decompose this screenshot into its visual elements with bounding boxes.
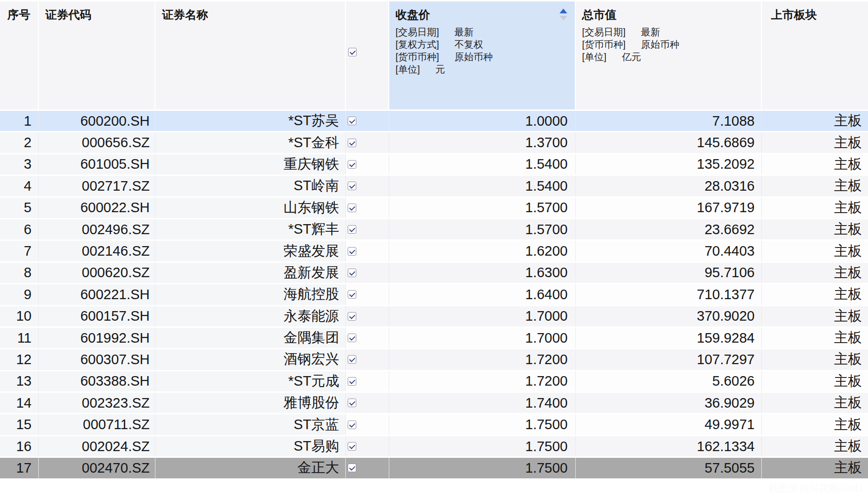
header-code[interactable]: 证券代码 [39,1,155,109]
cell-board: 主板 [762,414,868,434]
row-checkbox[interactable] [348,117,356,125]
header-attr-line: [货币币种]原始币种 [396,51,567,63]
cell-board: 主板 [762,349,868,369]
select-all-checkbox[interactable] [348,48,357,56]
table-row[interactable]: 3 601005.SH 重庆钢铁 1.5400 135.2092 主板 [0,154,868,176]
cell-close: 1.7500 [389,436,576,456]
attr-label: [货币币种] [396,52,439,62]
sort-desc-icon [560,16,567,21]
cell-close: 1.7200 [389,349,576,369]
table-row[interactable]: 6 002496.SZ *ST辉丰 1.5700 23.6692 主板 [0,219,868,241]
table-row[interactable]: 13 603388.SH *ST元成 1.7200 5.6026 主板 [0,371,868,393]
table-row[interactable]: 5 600022.SH 山东钢铁 1.5700 167.9719 主板 [0,198,868,219]
table-row[interactable]: 8 000620.SZ 盈新发展 1.6300 95.7106 主板 [0,263,868,284]
cell-index: 1 [0,111,39,131]
table-row[interactable]: 2 000656.SZ *ST金科 1.3700 145.6869 主板 [0,132,868,154]
cell-close: 1.7000 [389,306,576,326]
row-checkbox[interactable] [348,247,356,256]
cell-board: 主板 [762,284,868,304]
row-checkbox[interactable] [348,399,356,407]
cell-index: 11 [0,328,39,348]
row-checkbox[interactable] [348,160,356,169]
header-attr-line: [复权方式]不复权 [396,38,567,51]
cell-code: 002323.SZ [39,393,155,413]
cell-name: 海航控股 [155,284,346,304]
attr-value: 原始币种 [641,39,679,50]
cell-mktcap: 49.9971 [576,414,762,434]
row-checkbox[interactable] [348,139,356,147]
attr-value: 最新 [454,27,473,37]
table-row[interactable]: 11 601992.SH 金隅集团 1.7000 159.9284 主板 [0,328,868,349]
header-name[interactable]: 证券名称 [155,1,346,109]
cell-mktcap: 36.9029 [576,393,762,413]
header-mktcap-attrs: [交易日期]最新[货币币种]原始币种[单位]亿元 [582,26,754,63]
row-checkbox[interactable] [348,182,356,190]
attr-value: 原始币种 [454,52,493,62]
header-board-label: 上市板块 [771,8,817,21]
cell-close: 1.7400 [389,393,576,413]
table-row[interactable]: 15 000711.SZ ST京蓝 1.7500 49.9971 主板 [0,414,868,436]
table-row[interactable]: 4 002717.SZ ST岭南 1.5400 28.0316 主板 [0,176,868,197]
row-checkbox[interactable] [348,290,356,299]
cell-checkbox [346,393,389,413]
row-checkbox[interactable] [348,269,356,277]
cell-mktcap: 167.9719 [576,198,762,218]
cell-checkbox [346,458,389,478]
cell-close: 1.5700 [389,198,576,218]
cell-index: 8 [0,263,39,283]
row-checkbox[interactable] [348,225,356,234]
row-checkbox[interactable] [348,355,356,364]
table-row[interactable]: 10 600157.SH 永泰能源 1.7000 370.9020 主板 [0,306,868,328]
table-row[interactable]: 17 002470.SZ 金正大 1.7500 57.5055 主板 [0,458,868,479]
header-close-price[interactable]: 收盘价 [交易日期]最新[复权方式]不复权[货币币种]原始币种[单位]元 [389,1,576,109]
table-row[interactable]: 7 002146.SZ 荣盛发展 1.6200 70.4403 主板 [0,241,868,262]
row-checkbox[interactable] [348,377,356,386]
cell-mktcap: 162.1334 [576,436,762,456]
cell-name: *ST元成 [155,371,346,391]
cell-name: 荣盛发展 [155,241,346,261]
cell-index: 9 [0,284,39,304]
watermark: 截图来自同花顺iFinD [769,482,862,495]
cell-board: 主板 [762,263,868,283]
table-row[interactable]: 14 002323.SZ 雅博股份 1.7400 36.9029 主板 [0,393,868,414]
header-mktcap-title: 总市值 [582,7,754,22]
cell-close: 1.3700 [389,132,576,152]
row-checkbox[interactable] [348,334,356,342]
table-row[interactable]: 9 600221.SH 海航控股 1.6400 710.1377 主板 [0,284,868,306]
table-row[interactable]: 1 600200.SH *ST苏吴 1.0000 7.1088 主板 [0,111,868,132]
cell-code: 000656.SZ [39,132,155,152]
cell-mktcap: 28.0316 [576,176,762,196]
cell-code: 002024.SZ [39,436,155,456]
cell-board: 主板 [762,219,868,239]
cell-board: 主板 [762,154,868,174]
cell-name: 盈新发展 [155,263,346,283]
row-checkbox[interactable] [348,421,356,429]
cell-code: 600200.SH [39,111,155,131]
cell-name: 永泰能源 [155,306,346,326]
cell-name: 山东钢铁 [155,198,346,218]
cell-checkbox [346,111,389,131]
cell-index: 2 [0,132,39,152]
row-checkbox[interactable] [348,312,356,321]
row-checkbox[interactable] [348,464,356,472]
attr-label: [复权方式] [396,39,439,50]
cell-close: 1.0000 [389,111,576,131]
table-row[interactable]: 16 002024.SZ ST易购 1.7500 162.1334 主板 [0,436,868,458]
header-mktcap[interactable]: 总市值 [交易日期]最新[货币币种]原始币种[单位]亿元 [576,1,762,109]
cell-mktcap: 57.5055 [576,458,762,478]
header-name-label: 证券名称 [162,8,208,21]
cell-mktcap: 5.6026 [576,371,762,391]
cell-code: 603388.SH [39,371,155,391]
cell-close: 1.5700 [389,219,576,239]
row-checkbox[interactable] [348,442,356,451]
header-board[interactable]: 上市板块 [762,1,868,109]
cell-mktcap: 159.9284 [576,328,762,348]
table-header: 序号 证券代码 证券名称 收盘价 [交易日期]最新[复权方式]不复权[货币币种]… [0,1,868,109]
cell-mktcap: 145.6869 [576,132,762,152]
cell-close: 1.7500 [389,414,576,434]
cell-mktcap: 7.1088 [576,111,762,131]
row-checkbox[interactable] [348,204,356,212]
attr-value: 最新 [641,27,660,37]
table-row[interactable]: 12 600307.SH 酒钢宏兴 1.7200 107.7297 主板 [0,349,868,371]
cell-checkbox [346,132,389,152]
